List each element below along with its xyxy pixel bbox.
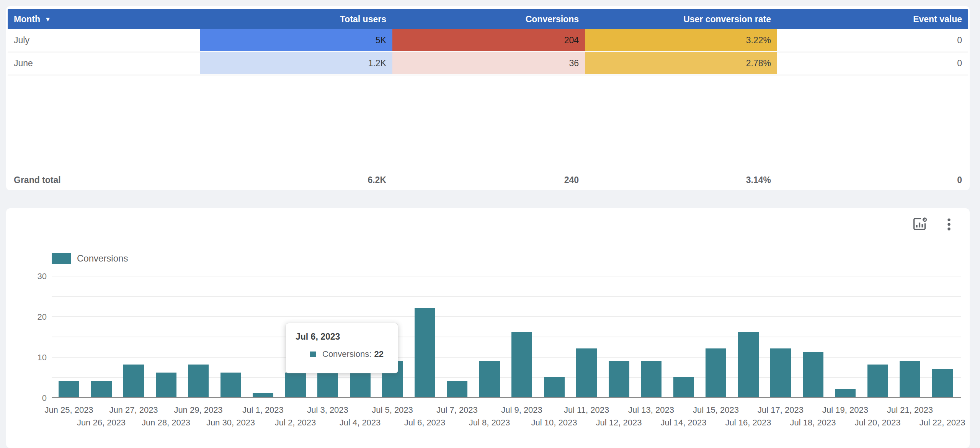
legend-swatch-conversions	[52, 253, 71, 264]
metric-cell-total-users: 5K	[200, 29, 392, 51]
tooltip-value: 22	[374, 349, 383, 359]
x-axis-tick-label: Jul 6, 2023	[404, 418, 446, 428]
column-header-label: Event value	[913, 14, 962, 25]
x-axis-tick-label: Jul 22, 2023	[920, 418, 965, 428]
page: { "colors": { "page_bg": "#f0f2f5", "car…	[0, 0, 980, 448]
bar-jun-27-2023[interactable]	[123, 365, 144, 397]
metric-cell-event-value: 0	[777, 52, 968, 74]
x-axis-tick-label: Jul 3, 2023	[307, 405, 348, 415]
bar-jun-25-2023[interactable]	[59, 381, 79, 397]
gridline	[52, 276, 961, 276]
column-header-user-conversion-rate[interactable]: User conversion rate	[585, 9, 777, 29]
table-row-july: July5K2043.22%0	[8, 29, 968, 52]
column-header-label: Month	[14, 14, 40, 25]
x-axis-tick-label: Jun 30, 2023	[206, 418, 255, 428]
bar-jul-4-2023[interactable]	[350, 373, 371, 397]
x-axis-tick-label: Jul 13, 2023	[628, 405, 674, 415]
x-axis-tick-label: Jul 19, 2023	[822, 405, 868, 415]
grand-total-conversions: 240	[392, 171, 585, 189]
bar-jul-1-2023[interactable]	[253, 393, 273, 397]
x-axis-tick-label: Jul 9, 2023	[501, 405, 542, 415]
x-axis-tick-label: Jul 11, 2023	[564, 405, 609, 415]
bar-jul-17-2023[interactable]	[770, 348, 791, 397]
grand-total-row: Grand total6.2K2403.14%0	[8, 171, 968, 189]
x-axis-tick-label: Jun 25, 2023	[44, 405, 93, 415]
chart-tooltip: Jul 6, 2023 Conversions: 22	[286, 323, 398, 373]
bar-jun-30-2023[interactable]	[220, 373, 241, 397]
x-axis-tick-label: Jul 5, 2023	[372, 405, 413, 415]
gridline	[52, 296, 961, 297]
x-axis-tick-label: Jul 7, 2023	[436, 405, 478, 415]
x-axis-tick-label: Jun 29, 2023	[174, 405, 222, 415]
metric-cell-event-value: 0	[777, 29, 968, 51]
metric-cell-conversions: 204	[392, 29, 585, 51]
y-axis-tick-label: 10	[14, 353, 47, 363]
bar-jul-19-2023[interactable]	[835, 389, 856, 397]
tooltip-series-row: Conversions: 22	[310, 349, 398, 359]
y-axis-tick-label: 0	[14, 393, 47, 403]
grand-total-user-conversion-rate: 3.14%	[585, 171, 777, 189]
bar-jul-20-2023[interactable]	[867, 365, 888, 397]
bar-jul-21-2023[interactable]	[900, 361, 920, 397]
x-axis-tick-label: Jul 21, 2023	[887, 405, 933, 415]
bar-jul-18-2023[interactable]	[803, 352, 823, 397]
x-axis-tick-label: Jul 17, 2023	[758, 405, 804, 415]
grand-total-event-value: 0	[777, 171, 968, 189]
column-header-conversions[interactable]: Conversions	[392, 9, 585, 29]
x-axis-tick-label: Jun 28, 2023	[142, 418, 190, 428]
x-axis-line	[52, 397, 961, 398]
more-options-icon	[941, 216, 957, 234]
bar-jul-12-2023[interactable]	[609, 361, 629, 397]
y-axis-tick-label: 30	[14, 271, 47, 281]
tooltip-series-swatch-icon	[310, 352, 316, 357]
bar-jun-26-2023[interactable]	[91, 381, 112, 397]
column-header-event-value[interactable]: Event value	[777, 9, 968, 29]
x-axis-tick-label: Jul 2, 2023	[275, 418, 316, 428]
x-axis-tick-label: Jun 26, 2023	[77, 418, 126, 428]
column-header-label: Total users	[340, 14, 386, 25]
x-axis-tick-label: Jul 20, 2023	[855, 418, 901, 428]
x-axis-tick-label: Jun 27, 2023	[109, 405, 158, 415]
column-header-month[interactable]: Month▼	[8, 9, 200, 29]
chart-settings-button[interactable]	[911, 216, 929, 234]
chart-settings-icon	[911, 216, 929, 235]
gridline	[52, 357, 961, 358]
table-row-june: June1.2K362.78%0	[8, 52, 968, 75]
bar-jul-16-2023[interactable]	[738, 332, 759, 397]
bar-jul-14-2023[interactable]	[673, 377, 694, 397]
grand-total-total-users: 6.2K	[200, 171, 392, 189]
chart-card-actions	[911, 216, 958, 234]
bar-jul-8-2023[interactable]	[479, 361, 500, 397]
x-axis-tick-label: Jul 18, 2023	[790, 418, 836, 428]
bar-jul-3-2023[interactable]	[317, 373, 338, 397]
x-axis-tick-label: Jul 14, 2023	[661, 418, 707, 428]
more-options-button[interactable]	[940, 216, 958, 234]
bar-jul-9-2023[interactable]	[511, 332, 532, 397]
bar-jul-7-2023[interactable]	[447, 381, 467, 397]
tooltip-title: Jul 6, 2023	[296, 332, 398, 342]
bar-jul-2-2023[interactable]	[285, 373, 306, 397]
bar-jul-11-2023[interactable]	[576, 348, 597, 397]
x-axis-tick-label: Jul 12, 2023	[596, 418, 642, 428]
x-axis-tick-label: Jul 1, 2023	[242, 405, 284, 415]
bar-jul-6-2023[interactable]	[415, 308, 435, 397]
metric-cell-total-users: 1.2K	[200, 52, 392, 74]
x-axis-tick-label: Jul 10, 2023	[531, 418, 577, 428]
month-cell: July	[8, 29, 200, 51]
bar-jul-13-2023[interactable]	[641, 361, 662, 397]
sort-descending-icon: ▼	[45, 16, 51, 23]
data-table: Month▼Total usersConversionsUser convers…	[8, 9, 968, 75]
bar-jul-15-2023[interactable]	[706, 348, 726, 397]
chart-card: Conversions 0102030 Jun 25, 2023Jun 26, …	[6, 208, 970, 448]
bar-jun-29-2023[interactable]	[188, 365, 209, 397]
tooltip-series-label: Conversions:	[322, 349, 371, 359]
bar-jun-28-2023[interactable]	[156, 373, 176, 397]
x-axis-tick-label: Jul 16, 2023	[725, 418, 771, 428]
metric-cell-conversions: 36	[392, 52, 585, 74]
bar-chart-plot	[52, 247, 961, 398]
grand-total-label: Grand total	[8, 171, 200, 189]
bar-jul-10-2023[interactable]	[544, 377, 565, 397]
column-header-total-users[interactable]: Total users	[200, 9, 392, 29]
metric-cell-user-conversion-rate: 3.22%	[585, 29, 777, 51]
bar-jul-22-2023[interactable]	[932, 369, 953, 397]
